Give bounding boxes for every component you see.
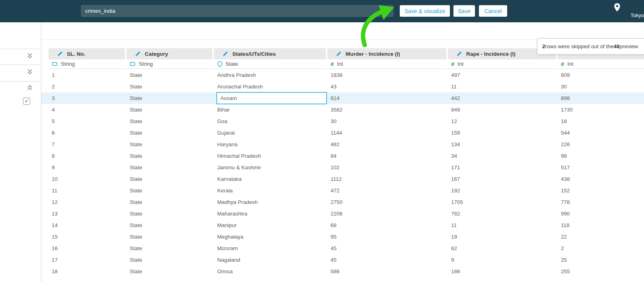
- table-cell[interactable]: 5: [52, 116, 122, 127]
- table-cell[interactable]: 25: [561, 254, 644, 266]
- column-type-hidden[interactable]: #Int: [558, 59, 644, 69]
- table-cell[interactable]: 586: [331, 266, 443, 277]
- table-cell[interactable]: Manipur: [217, 219, 323, 231]
- table-cell[interactable]: State: [130, 231, 209, 243]
- table-cell[interactable]: 9: [52, 162, 122, 173]
- save-button[interactable]: Save: [453, 5, 475, 17]
- table-cell[interactable]: 255: [561, 266, 644, 277]
- table-cell[interactable]: 95: [331, 231, 443, 243]
- table-cell[interactable]: State: [130, 254, 209, 266]
- location-label[interactable]: Tokyo: [630, 12, 644, 18]
- table-cell[interactable]: 2206: [331, 208, 443, 219]
- table-cell[interactable]: Kerala: [217, 185, 323, 196]
- table-cell[interactable]: Nagaland: [217, 254, 323, 266]
- table-cell[interactable]: Madhya Pradesh: [217, 196, 323, 208]
- table-cell[interactable]: 16: [52, 243, 122, 254]
- table-cell[interactable]: 18: [52, 266, 122, 277]
- table-cell[interactable]: 171: [451, 162, 553, 173]
- cancel-button[interactable]: Cancel: [479, 5, 507, 17]
- table-cell[interactable]: Jammu & Kashmir: [217, 162, 323, 173]
- table-cell[interactable]: State: [130, 173, 209, 185]
- table-cell[interactable]: 4: [52, 104, 122, 116]
- table-cell[interactable]: Gujarat: [217, 127, 323, 139]
- table-cell[interactable]: 12: [451, 116, 553, 127]
- table-cell[interactable]: State: [130, 69, 209, 81]
- table-cell[interactable]: State: [130, 162, 209, 173]
- table-cell[interactable]: Arunachal Pradesh: [217, 81, 323, 92]
- table-cell[interactable]: 2: [52, 81, 122, 92]
- table-cell[interactable]: 442: [451, 92, 553, 104]
- table-cell[interactable]: 990: [561, 208, 644, 219]
- column-type-states-uts-cities[interactable]: State: [214, 59, 326, 69]
- table-cell[interactable]: 1144: [331, 127, 443, 139]
- table-cell[interactable]: Orissa: [217, 266, 323, 277]
- table-cell[interactable]: 778: [561, 196, 644, 208]
- location-pin-icon[interactable]: [614, 3, 621, 12]
- selected-cell[interactable]: Assam: [216, 92, 327, 104]
- table-cell[interactable]: 18: [561, 116, 644, 127]
- table-cell[interactable]: 192: [451, 185, 553, 196]
- table-cell[interactable]: 3: [52, 92, 122, 104]
- table-cell[interactable]: State: [130, 92, 209, 104]
- table-cell[interactable]: 84: [331, 150, 443, 162]
- table-cell[interactable]: State: [130, 196, 209, 208]
- table-cell[interactable]: 30: [331, 116, 443, 127]
- table-cell[interactable]: 167: [451, 173, 553, 185]
- table-cell[interactable]: 11: [451, 81, 553, 92]
- table-cell[interactable]: State: [130, 150, 209, 162]
- table-cell[interactable]: 438: [561, 173, 644, 185]
- table-cell[interactable]: State: [130, 127, 209, 139]
- table-cell[interactable]: 497: [451, 69, 553, 81]
- table-cell[interactable]: 34: [451, 150, 553, 162]
- table-cell[interactable]: 62: [451, 243, 553, 254]
- table-cell[interactable]: State: [130, 104, 209, 116]
- table-cell[interactable]: 11: [451, 219, 553, 231]
- table-cell[interactable]: Himachal Pradesh: [217, 150, 323, 162]
- table-cell[interactable]: 159: [451, 127, 553, 139]
- table-cell[interactable]: Bihar: [217, 104, 323, 116]
- dataframe-name-input[interactable]: [81, 5, 393, 17]
- table-cell[interactable]: 226: [561, 139, 644, 150]
- table-cell[interactable]: 2750: [331, 196, 443, 208]
- table-cell[interactable]: 10: [52, 173, 122, 185]
- table-cell[interactable]: 98: [561, 150, 644, 162]
- table-cell[interactable]: 482: [331, 139, 443, 150]
- table-cell[interactable]: 517: [561, 162, 644, 173]
- table-cell[interactable]: 7: [52, 139, 122, 150]
- table-cell[interactable]: 1705: [451, 196, 553, 208]
- table-cell[interactable]: 814: [331, 92, 443, 104]
- table-cell[interactable]: Maharashtra: [217, 208, 323, 219]
- table-cell[interactable]: Haryana: [217, 139, 323, 150]
- table-cell[interactable]: State: [130, 208, 209, 219]
- column-header-sl-no[interactable]: SL. No.: [49, 48, 125, 59]
- table-cell[interactable]: 17: [52, 254, 122, 266]
- table-cell[interactable]: 11: [52, 185, 122, 196]
- chevron-double-up-icon[interactable]: [26, 84, 33, 91]
- column-type-murder-incidence-i[interactable]: #Int: [327, 59, 446, 69]
- table-cell[interactable]: 1112: [331, 173, 443, 185]
- table-cell[interactable]: 102: [331, 162, 443, 173]
- table-cell[interactable]: 1730: [561, 104, 644, 116]
- table-cell[interactable]: Goa: [217, 116, 323, 127]
- table-cell[interactable]: 1838: [331, 69, 443, 81]
- column-header-murder-incidence-i[interactable]: Murder - Incidence (I): [327, 48, 446, 59]
- table-cell[interactable]: 898: [561, 92, 644, 104]
- table-cell[interactable]: 19: [451, 231, 553, 243]
- table-cell[interactable]: 15: [52, 231, 122, 243]
- column-type-sl-no[interactable]: String: [49, 59, 125, 69]
- chevron-double-down-icon[interactable]: [26, 69, 33, 75]
- table-cell[interactable]: 2: [561, 243, 644, 254]
- table-cell[interactable]: State: [130, 266, 209, 277]
- table-cell[interactable]: 68: [331, 219, 443, 231]
- table-cell[interactable]: 472: [331, 185, 443, 196]
- table-cell[interactable]: Karnataka: [217, 173, 323, 185]
- table-cell[interactable]: 30: [561, 81, 644, 92]
- save-and-visualize-button[interactable]: Save & visualize: [400, 5, 450, 17]
- table-cell[interactable]: 152: [561, 185, 644, 196]
- table-cell[interactable]: 45: [331, 243, 443, 254]
- table-cell[interactable]: 22: [561, 231, 644, 243]
- column-header-category[interactable]: Category: [126, 48, 212, 59]
- sidebar-checkbox[interactable]: ✓: [23, 98, 30, 105]
- table-cell[interactable]: 544: [561, 127, 644, 139]
- table-cell[interactable]: State: [130, 185, 209, 196]
